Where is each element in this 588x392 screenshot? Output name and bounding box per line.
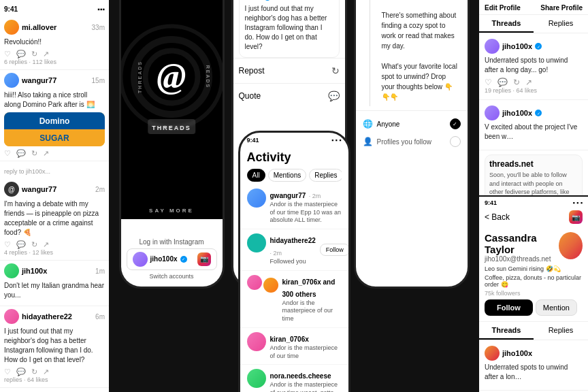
tab-threads[interactable]: Threads: [479, 15, 534, 33]
share-icon-3[interactable]: ↗: [43, 240, 49, 249]
activity-text-4: Andor is the masterpiece of our time waa…: [270, 381, 342, 392]
stacked-avatars: [247, 275, 278, 293]
repost-icon[interactable]: ↻: [31, 50, 37, 59]
audience-following[interactable]: 👤 Profiles you follow: [363, 133, 461, 150]
main-container: 9:41 ▪▪▪ mi.allover 33m Revolución!! ♡ 💬…: [0, 0, 588, 392]
status-icons-p6: ▪ ▪ ▪: [572, 199, 583, 206]
repost-icon-2[interactable]: ↻: [31, 149, 37, 158]
share-profile-btn[interactable]: Share Profile: [540, 4, 583, 12]
tab-replies[interactable]: Replies: [534, 15, 588, 33]
profile-username-1: jiho100x: [502, 42, 532, 50]
repost-p1[interactable]: ↻: [513, 78, 520, 87]
feed-item-3: @ wangur77 2m I'm having a debate with m…: [0, 179, 109, 261]
heart-icon-2[interactable]: ♡: [4, 149, 11, 158]
feed-stats-1: 6 replies · 112 likes: [4, 59, 105, 65]
repost-icon-3[interactable]: ↻: [31, 240, 37, 249]
activity-text-0: Andor is the masterpiece of our time Epp…: [270, 201, 342, 225]
activity-item-0: gwangur77 · 2m Andor is the masterpiece …: [240, 184, 348, 229]
profile-card: Cassandra Taylor jiho100x@threads.net Le…: [479, 227, 588, 322]
switch-accounts[interactable]: Switch accounts: [149, 273, 193, 280]
threads-net-card: threads.net Soon, you'll be able to foll…: [485, 154, 583, 197]
tab-replies-bot[interactable]: Replies: [534, 322, 588, 340]
threads-logo-bg: SAY MORE SAY MORE THREADS READS @ THREAD…: [121, 0, 223, 219]
comment-icon-5[interactable]: 💬: [16, 368, 26, 376]
repost-icon-5[interactable]: ↻: [31, 368, 37, 376]
activity-item-3: kiran_0706x Andor is the masterpiece of …: [240, 328, 348, 365]
tab-replies[interactable]: Replies: [309, 169, 341, 182]
profile-bot-post-text: Underrated spots to unwind after a lon…: [485, 363, 583, 382]
login-username: jiho100x: [150, 255, 178, 263]
timestamp-2: 15m: [92, 77, 105, 84]
feed-item-1: mi.allover 33m Revolución!! ♡ 💬 ↻ ↗ 6 re…: [0, 17, 109, 70]
status-icons-left: ▪▪▪: [97, 5, 105, 13]
follow-button[interactable]: Follow: [485, 299, 533, 316]
edit-profile-btn[interactable]: Edit Profile: [485, 4, 521, 12]
audience-anyone[interactable]: 🌐 Anyone ✓: [363, 115, 461, 133]
login-avatar: [133, 252, 148, 267]
heart-icon[interactable]: ♡: [4, 50, 11, 59]
profile-action-row: Follow Mention: [485, 297, 583, 316]
instagram-icon-p6[interactable]: 📷: [569, 210, 583, 224]
share-icon-5[interactable]: ↗: [43, 368, 49, 376]
comment-p1[interactable]: 💬: [497, 78, 508, 87]
middle-col: 9:41 ▪ ▪ ▪ SAY MORE SAY MORE THREADS R: [109, 0, 479, 392]
heart-p1[interactable]: ♡: [485, 78, 492, 87]
right-bot-phone: 9:41 ▪ ▪ ▪ < Back 📷 Cassandra Taylor jih…: [479, 197, 588, 392]
share-icon-2[interactable]: ↗: [43, 149, 49, 158]
phone-activity: 9:41 ▪ ▪ ▪ Activity All Mentions Replies…: [238, 131, 350, 392]
quote-action-icon: 💬: [328, 91, 340, 101]
tab-threads-bot[interactable]: Threads: [479, 322, 534, 340]
timestamp-3: 2m: [95, 186, 105, 193]
right-panel: Edit Profile Share Profile Threads Repli…: [479, 0, 588, 392]
mention-button[interactable]: Mention: [536, 299, 577, 316]
login-user-row[interactable]: jiho100x ✓ 📷: [127, 248, 217, 270]
share-icon[interactable]: ↗: [43, 50, 49, 59]
repost-action-icon: ↻: [331, 65, 340, 76]
feed-text-5: I just found out that my neighbor's dog …: [4, 327, 105, 365]
activity-name-1: hidayathere22: [270, 237, 316, 244]
username-feed3: wangur77: [22, 185, 56, 193]
threads-banner: THREADS: [148, 119, 195, 134]
avatar-wangur77: [4, 73, 19, 88]
profile-followers: 75k followers: [485, 290, 583, 297]
right-top-phone: Edit Profile Share Profile Threads Repli…: [479, 0, 588, 197]
tab-all[interactable]: All: [247, 169, 265, 182]
timestamp-4: 1m: [95, 267, 105, 275]
reply-prompt[interactable]: reply to jih100x...: [0, 161, 109, 179]
avatar-nora: [247, 369, 266, 388]
comment-icon-2[interactable]: 💬: [16, 149, 26, 158]
activity-title: Activity: [247, 150, 342, 165]
avatar-kiran: [247, 275, 262, 290]
profile-bio-2: Coffee, pizza, donuts - no particular or…: [485, 274, 583, 288]
avatar-gwangur: [247, 189, 266, 208]
activity-name-4: nora.needs.cheese: [270, 372, 331, 380]
activity-name-2: kiran_0706x and 300 others: [282, 278, 336, 298]
tab-mentions[interactable]: Mentions: [268, 169, 307, 182]
profile-bot-tabs: Threads Replies: [479, 322, 588, 340]
activity-text-2: Andor is the masterpiece of our time: [282, 299, 342, 323]
feed-actions-3: ♡ 💬 ↻ ↗: [4, 240, 105, 249]
activity-content-3: kiran_0706x Andor is the masterpiece of …: [270, 332, 342, 360]
heart-icon-5[interactable]: ♡: [4, 368, 11, 376]
back-btn[interactable]: < Back: [485, 212, 510, 222]
activity-item-2: kiran_0706x and 300 others Andor is the …: [240, 271, 348, 328]
feed-text-3: I'm having a debate with my friends — is…: [4, 199, 105, 238]
post-text-p3: I just found out that my neighbor's dog …: [245, 4, 333, 52]
mid-phones-row-2: 9:41 ▪ ▪ ▪ Activity All Mentions Replies…: [238, 294, 350, 392]
heart-icon-3[interactable]: ♡: [4, 240, 11, 249]
activity-item-4: nora.needs.cheese Andor is the masterpie…: [240, 365, 348, 392]
follow-btn-hidayat[interactable]: Follow: [320, 244, 348, 256]
status-time-p6: 9:41: [485, 199, 497, 206]
threads-net-text: Soon, you'll be able to follow and inter…: [489, 171, 578, 197]
username-wangur77: wangur77: [22, 76, 56, 84]
avatar-mi-allover: [4, 20, 19, 35]
comment-icon-3[interactable]: 💬: [16, 240, 26, 249]
repost-action[interactable]: Repost ↻: [233, 58, 345, 83]
profile-bio-1: Leo sun Gemini rising 🤣💫: [485, 265, 583, 272]
profile-post-1: jiho100x ✓ Underrated spots to unwind af…: [479, 33, 588, 100]
share-p1[interactable]: ↗: [525, 78, 532, 87]
comment-icon[interactable]: 💬: [16, 50, 26, 59]
compose-text[interactable]: Discovered a new coffee shop in my neigh…: [382, 0, 461, 102]
domino-image: Domino SUGAR: [4, 112, 105, 146]
quote-action[interactable]: Quote 💬: [233, 83, 345, 108]
